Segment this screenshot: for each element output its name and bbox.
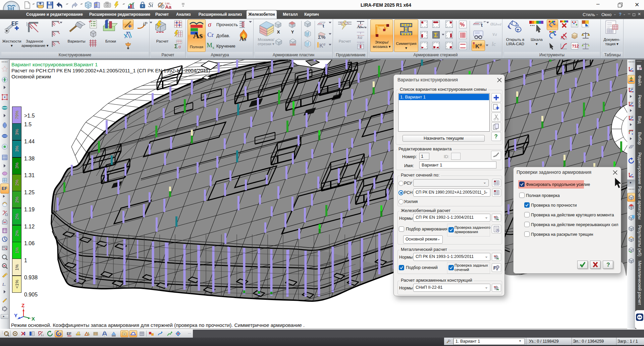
svg-text:?12: ?12 <box>572 44 579 49</box>
svg-text:L.: L. <box>2 282 6 287</box>
svg-text:X: X <box>32 316 35 322</box>
svg-text:σ: σ <box>178 45 181 49</box>
svg-text:As: As <box>193 30 203 40</box>
svg-text:t: t <box>481 22 483 28</box>
svg-text:EF: EF <box>2 186 7 191</box>
svg-text:EF: EF <box>11 21 18 26</box>
svg-text:t: t <box>323 23 324 28</box>
svg-text:Si: Si <box>148 1 153 8</box>
svg-text:1: 1 <box>57 333 59 336</box>
svg-text:Σ: Σ <box>174 44 178 49</box>
svg-text:?: ? <box>606 262 610 268</box>
svg-text:YX: YX <box>630 130 633 132</box>
svg-text:?: ? <box>494 133 498 139</box>
svg-text:Σ: Σ <box>434 32 438 39</box>
svg-text:Asw/u: Asw/u <box>357 24 366 29</box>
svg-text:iP: iP <box>143 21 147 26</box>
svg-text:As: As <box>239 36 246 42</box>
svg-text:Kσ: Kσ <box>475 43 482 50</box>
svg-text:Kσ: Kσ <box>319 43 326 49</box>
svg-text:XZ: XZ <box>630 87 634 90</box>
svg-text:%: % <box>460 22 465 27</box>
svg-text:Aa: Aa <box>165 4 172 9</box>
svg-text:EF: EF <box>67 332 71 336</box>
svg-text:YZ: YZ <box>630 116 634 118</box>
svg-text:XY: XY <box>630 101 634 104</box>
svg-text:Y: Y <box>14 313 17 318</box>
svg-text:Σ%: Σ% <box>318 34 325 40</box>
svg-text:ka: ka <box>358 34 362 40</box>
svg-text:Z: Z <box>21 303 24 308</box>
svg-text:1.2: 1.2 <box>41 334 44 336</box>
